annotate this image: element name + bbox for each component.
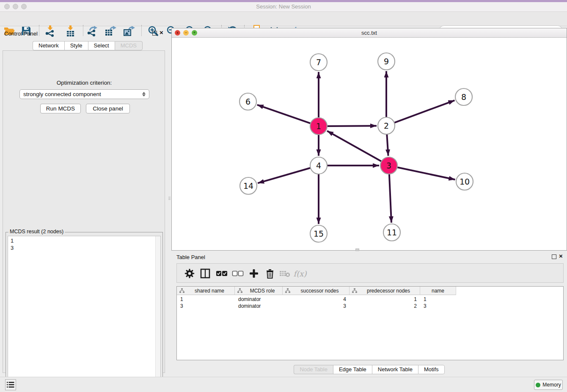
- tab-style[interactable]: Style: [64, 41, 88, 50]
- close-panel-icon[interactable]: ×: [160, 29, 163, 36]
- horizontal-splitter-handle[interactable]: [355, 248, 359, 251]
- table-settings-button[interactable]: [183, 267, 196, 280]
- add-column-button[interactable]: [248, 267, 260, 280]
- graph-node-3[interactable]: 3: [380, 157, 397, 174]
- graph-node-14[interactable]: 14: [240, 177, 257, 194]
- table-toolbar: f(x): [176, 263, 564, 283]
- network-window-titlebar[interactable]: x − + scc.txt: [172, 28, 567, 38]
- tab-node-table[interactable]: Node Table: [294, 365, 333, 374]
- graph-edge-3-11[interactable]: [389, 173, 391, 223]
- table-cell[interactable]: 1: [420, 296, 456, 303]
- table-cell[interactable]: 3: [283, 303, 350, 309]
- graph-node-label: 14: [243, 181, 253, 190]
- graph-edge-2-8[interactable]: [394, 100, 455, 123]
- table-cell[interactable]: 1: [177, 296, 235, 303]
- vertical-splitter-handle[interactable]: [168, 193, 171, 204]
- table-cell[interactable]: 4: [283, 296, 350, 303]
- graph-edge-3-10[interactable]: [396, 167, 455, 179]
- fx-icon: f(x): [294, 269, 307, 278]
- table-row[interactable]: 1dominator411: [177, 296, 456, 303]
- close-panel-button[interactable]: Close panel: [86, 104, 130, 113]
- node-table[interactable]: shared nameMCDS rolesuccessor nodesprede…: [176, 286, 564, 360]
- control-panel-title: Control Panel: [4, 30, 38, 37]
- graph-node-11[interactable]: 11: [383, 224, 400, 241]
- table-cell[interactable]: dominator: [235, 296, 283, 303]
- tab-network[interactable]: Network: [33, 41, 64, 50]
- graph-edge-4-14[interactable]: [258, 168, 311, 183]
- graph-node-label: 4: [316, 161, 321, 170]
- graph-node-label: 3: [386, 161, 391, 170]
- criterion-dropdown[interactable]: strongly connected component: [19, 89, 149, 99]
- delete-table-button-disabled: [278, 267, 291, 280]
- mcds-result-title: MCDS result (2 nodes): [8, 229, 65, 235]
- graph-node-4[interactable]: 4: [310, 157, 327, 174]
- close-table-panel-icon[interactable]: ×: [559, 253, 563, 259]
- memory-button[interactable]: Memory: [534, 380, 563, 390]
- list-icon: [7, 381, 14, 388]
- network-canvas[interactable]: 1234678910111415: [172, 38, 567, 250]
- tab-edge-table[interactable]: Edge Table: [333, 365, 372, 374]
- main-titlebar[interactable]: Session: New Session: [0, 2, 567, 12]
- column-header-name[interactable]: name: [420, 287, 456, 295]
- close-window-button[interactable]: [4, 4, 10, 9]
- unchecked-boxes-icon: [232, 271, 244, 276]
- graph-node-label: 9: [384, 57, 389, 66]
- graph-node-15[interactable]: 15: [310, 225, 327, 242]
- table-cell[interactable]: 3: [177, 303, 235, 309]
- tab-motifs[interactable]: Motifs: [418, 365, 445, 374]
- status-bar: Memory: [0, 377, 567, 392]
- column-tree-icon: [285, 288, 290, 293]
- table-cell[interactable]: 3: [420, 303, 456, 309]
- function-builder-button-disabled: f(x): [294, 267, 306, 280]
- graph-node-10[interactable]: 10: [456, 173, 473, 190]
- zoom-window-button[interactable]: [21, 4, 27, 9]
- column-header-shared-name[interactable]: shared name: [177, 287, 235, 295]
- tab-network-table[interactable]: Network Table: [372, 365, 418, 374]
- graph-edge-2-3[interactable]: [387, 133, 388, 156]
- table-cell[interactable]: 1: [350, 296, 420, 303]
- column-header-predecessor-nodes[interactable]: predecessor nodes: [350, 287, 420, 295]
- graph-edge-3-1[interactable]: [327, 131, 382, 162]
- graph-node-2[interactable]: 2: [378, 117, 395, 134]
- show-columns-button[interactable]: [199, 267, 212, 280]
- graph-node-1[interactable]: 1: [310, 118, 327, 135]
- graph-node-6[interactable]: 6: [239, 93, 256, 110]
- graph-edge-1-2[interactable]: [326, 126, 377, 126]
- column-tree-icon: [179, 288, 184, 293]
- optimization-criterion-label: Optimization criterion:: [3, 80, 165, 86]
- deselect-all-button[interactable]: [231, 267, 244, 280]
- dropdown-chevrons-icon: [142, 92, 146, 97]
- float-table-panel-icon[interactable]: [552, 254, 556, 259]
- float-panel-icon[interactable]: [152, 31, 157, 36]
- control-panel-tabbar: Network Style Select MCDS: [33, 41, 143, 50]
- tab-mcds[interactable]: MCDS: [115, 41, 143, 50]
- network-minimize-button[interactable]: −: [183, 30, 189, 36]
- graph-edge-1-6[interactable]: [257, 105, 311, 124]
- control-panel-header: Control Panel ×: [0, 28, 168, 39]
- table-row[interactable]: 3dominator323: [177, 303, 456, 309]
- graph-node-8[interactable]: 8: [455, 88, 472, 105]
- column-header-MCDS-role[interactable]: MCDS role: [235, 287, 283, 295]
- select-all-button[interactable]: [215, 267, 228, 280]
- table-cell[interactable]: 2: [350, 303, 420, 309]
- network-maximize-button[interactable]: +: [192, 30, 197, 36]
- checked-boxes-icon: [216, 271, 228, 276]
- run-mcds-button[interactable]: Run MCDS: [40, 104, 81, 113]
- scrollbar[interactable]: [155, 236, 160, 391]
- tab-select[interactable]: Select: [88, 41, 115, 50]
- network-close-button[interactable]: x: [175, 30, 180, 36]
- main-toolbar: [0, 12, 567, 26]
- minimize-window-button[interactable]: [13, 4, 18, 9]
- column-header-successor-nodes[interactable]: successor nodes: [283, 287, 350, 295]
- graph-node-7[interactable]: 7: [310, 54, 327, 71]
- table-cell[interactable]: dominator: [235, 303, 283, 309]
- graph-node-9[interactable]: 9: [378, 53, 395, 70]
- graph-node-label: 6: [245, 97, 250, 106]
- task-history-button[interactable]: [5, 379, 16, 390]
- graph-node-label: 15: [314, 229, 324, 238]
- mcds-result-list[interactable]: 13: [8, 236, 161, 392]
- delete-column-button[interactable]: [264, 267, 276, 280]
- graph-node-label: 2: [384, 121, 389, 130]
- window-title: Session: New Session: [0, 2, 567, 11]
- mcds-result-box: MCDS result (2 nodes) 13: [6, 232, 163, 392]
